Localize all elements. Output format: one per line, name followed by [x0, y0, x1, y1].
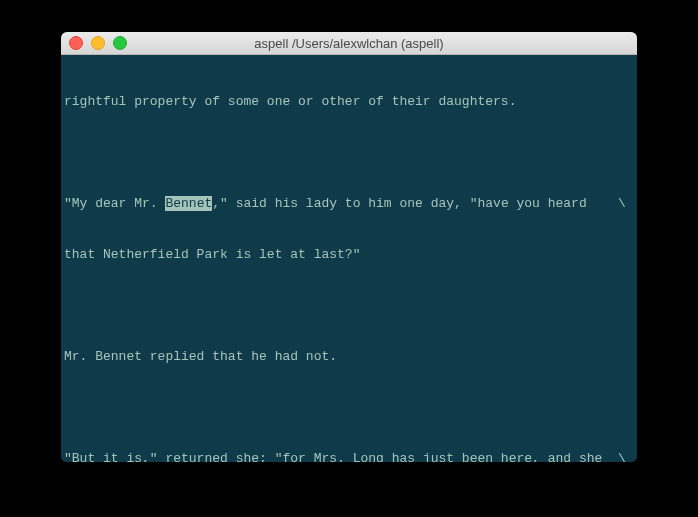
- minimize-icon[interactable]: [91, 36, 105, 50]
- text-line: "But it is," returned she; "for Mrs. Lon…: [64, 450, 634, 462]
- traffic-lights: [69, 36, 127, 50]
- zoom-icon[interactable]: [113, 36, 127, 50]
- text-line: Mr. Bennet replied that he had not.: [64, 348, 634, 365]
- blank-line: [64, 297, 634, 314]
- terminal-content[interactable]: rightful property of some one or other o…: [61, 55, 637, 462]
- text-line: "My dear Mr. Bennet," said his lady to h…: [64, 195, 634, 212]
- titlebar: aspell /Users/alexwlchan (aspell): [61, 32, 637, 55]
- window-title: aspell /Users/alexwlchan (aspell): [61, 36, 637, 51]
- misspelled-word: Bennet: [165, 196, 212, 211]
- terminal-window: aspell /Users/alexwlchan (aspell) rightf…: [61, 32, 637, 462]
- blank-line: [64, 144, 634, 161]
- close-icon[interactable]: [69, 36, 83, 50]
- blank-line: [64, 399, 634, 416]
- text-line: rightful property of some one or other o…: [64, 93, 634, 110]
- text-line: that Netherfield Park is let at last?": [64, 246, 634, 263]
